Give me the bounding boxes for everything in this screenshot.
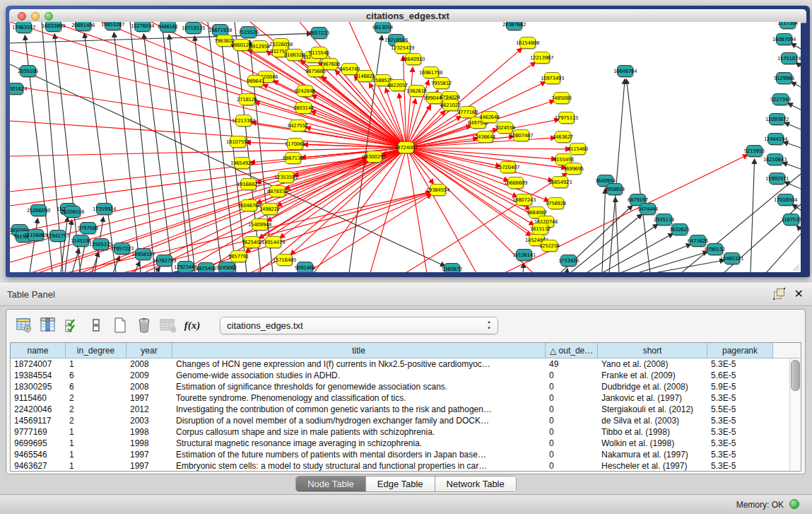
node[interactable]: 2035106 [18,66,39,78]
cell-short[interactable]: Hescheler et al. (1997) [598,460,707,472]
table-select-dropdown[interactable]: citations_edges.txt ▲▼ [220,317,498,334]
citation-edge-red[interactable] [10,22,406,148]
cell-out_de[interactable]: 49 [546,358,598,370]
cell-out_de[interactable]: 0 [546,370,598,381]
new-table-icon[interactable] [111,316,129,334]
cited-node[interactable]: 15720407 [496,162,519,175]
cited-node[interactable]: 12213384 [232,115,256,128]
cell-in_degree[interactable]: 1 [66,438,126,449]
citation-edge-black[interactable] [155,267,160,272]
cell-title[interactable]: Changes of HCN gene expression and I(f) … [172,358,546,370]
cell-out_de[interactable]: 0 [546,404,598,415]
cited-node[interactable]: 1615132 [530,223,551,236]
node[interactable]: 9474444 [637,204,659,216]
cell-short[interactable]: Stergiakouli et al. (2012) [598,404,707,415]
node[interactable]: 9227343 [770,94,791,107]
column-header-year[interactable]: year [126,343,172,358]
node[interactable]: 17016504 [774,194,798,207]
cell-out_de[interactable]: 0 [546,438,598,449]
zoom-window-icon[interactable] [45,12,53,21]
node[interactable]: 1117304 [777,22,799,30]
cell-short[interactable]: Wolkin et al. (1998) [598,438,707,449]
cell-title[interactable]: Corpus callosum shape and size in male p… [172,426,546,438]
citation-edge-black[interactable] [751,159,755,272]
citation-edge-black[interactable] [788,103,801,110]
cited-node[interactable]: 8878332 [267,186,288,199]
cited-node[interactable]: 9857791 [228,251,249,264]
cited-node[interactable]: 18640910 [401,54,425,66]
cell-name[interactable]: 22420046 [11,404,66,415]
node[interactable]: 9797588 [78,223,98,235]
cell-pagerank[interactable]: 5.3E-5 [707,358,773,370]
column-header-in_degree[interactable]: in_degree [66,343,126,358]
citation-edge-black[interactable] [796,226,801,230]
cited-node[interactable]: 8822057 [387,80,408,93]
cited-node[interactable]: 8427552 [288,120,308,133]
cited-node[interactable]: 2803144 [293,103,314,115]
citation-edge-black[interactable] [114,33,141,272]
cell-title[interactable]: Genome-wide association studies in ADHD. [172,370,546,381]
node[interactable]: 1187533 [781,214,801,227]
network-canvas[interactable]: 1872400718300295193845541746355716033809… [10,22,801,272]
cited-node[interactable]: 10973493 [541,73,564,86]
column-header-name[interactable]: name [11,343,66,358]
citation-edge-red[interactable] [31,160,367,272]
table-row[interactable]: 1872400712008Changes of HCN gene express… [11,358,801,370]
cell-year[interactable]: 1997 [126,460,172,472]
cited-node[interactable]: 8860128 [231,40,252,52]
table-row[interactable]: 969969511998Structural magnetic resonanc… [11,438,801,449]
cited-node[interactable]: 7625402 [242,237,262,250]
cell-title[interactable]: Embryonic stem cells: a model to study s… [172,460,546,472]
cited-node[interactable]: 1498222 [259,204,280,216]
column-header-pagerank[interactable]: pagerank [707,343,773,358]
cited-node[interactable]: 10688609 [504,177,527,190]
node[interactable]: 9091468 [295,262,315,273]
show-columns-icon[interactable] [39,316,57,334]
node[interactable]: 10958107 [131,249,155,262]
cited-node[interactable]: 17975115 [555,112,578,125]
node[interactable]: 20387682 [502,22,526,31]
row-height-icon[interactable] [87,316,105,334]
cell-name[interactable]: 19384554 [11,370,66,381]
cell-in_degree[interactable]: 1 [66,460,126,472]
float-panel-icon[interactable] [774,288,784,299]
cell-short[interactable]: Franke et al. (2009) [598,370,707,381]
resize-grip-icon[interactable] [793,264,799,271]
cell-in_degree[interactable]: 1 [66,449,126,460]
citation-edge-black[interactable] [30,218,37,272]
tab-edge-table[interactable]: Edge Table [366,477,435,491]
cited-node[interactable]: 9242848 [295,86,315,98]
node[interactable]: 9129966 [774,73,795,86]
function-builder-icon[interactable]: f(x) [183,316,201,334]
cited-node[interactable]: 9756928 [546,198,566,211]
cited-node[interactable]: 1463627 [553,132,573,144]
cell-year[interactable]: 2008 [126,358,172,370]
scrollbar-thumb[interactable] [791,360,800,391]
node[interactable]: 8466161 [158,22,178,33]
close-panel-icon[interactable]: ✕ [794,289,804,299]
node[interactable]: 8958924 [604,184,625,197]
cell-short[interactable]: Yano et al. (2008) [598,358,707,370]
cited-node[interactable]: 8867130 [283,153,303,165]
citation-edge-red[interactable] [406,148,553,181]
citation-edge-black[interactable] [782,163,801,169]
cell-pagerank[interactable]: 5.3E-5 [707,415,773,426]
cited-node[interactable]: 19384554 [426,185,450,197]
cited-node[interactable]: 989641 [247,76,264,88]
delete-table-icon[interactable] [135,316,153,334]
cell-name[interactable]: 18300295 [11,381,66,392]
citation-edge-red[interactable] [406,67,413,148]
citation-edge-red[interactable] [81,160,367,272]
node[interactable]: 10465321 [720,253,743,266]
node[interactable]: 17359924 [93,204,117,216]
node[interactable]: 2935114 [654,214,675,227]
cell-title[interactable]: Estimation of significance thresholds fo… [172,381,546,392]
cell-out_de[interactable]: 0 [546,392,598,404]
cited-node[interactable]: 18107552 [226,136,249,149]
cited-node[interactable]: 2436644 [475,132,496,144]
cited-node[interactable]: 12213967 [530,52,553,65]
citation-edge-black[interactable] [766,234,801,272]
citation-edge-black[interactable] [602,189,606,272]
cell-name[interactable]: 9115460 [11,392,66,404]
select-columns-icon[interactable] [63,316,81,334]
